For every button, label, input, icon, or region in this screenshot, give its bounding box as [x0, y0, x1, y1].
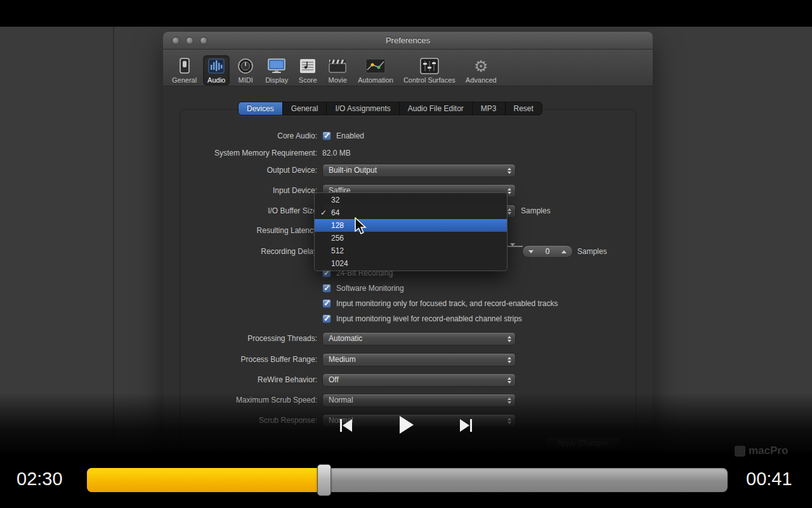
- toolbar-item-display[interactable]: Display: [261, 55, 292, 86]
- recording-delay-stepper[interactable]: 0: [522, 245, 573, 258]
- previous-button[interactable]: [337, 417, 354, 436]
- popup-arrows-icon: [508, 336, 511, 342]
- toolbar-item-midi[interactable]: MIDI: [232, 55, 259, 86]
- tab-reset[interactable]: Reset: [506, 102, 542, 115]
- input-monitoring-level-checkbox[interactable]: [322, 314, 331, 323]
- audio-tabs: Devices General I/O Assignments Audio Fi…: [238, 102, 542, 116]
- popup-arrows-icon: [508, 208, 511, 215]
- toolbar-item-movie[interactable]: Movie: [324, 55, 351, 86]
- popup-arrows-icon: [508, 357, 511, 363]
- menu-item-64[interactable]: ✓64: [315, 206, 507, 219]
- preferences-toolbar: General Audio MIDI: [163, 50, 653, 86]
- tab-audio-file-editor[interactable]: Audio File Editor: [400, 102, 473, 115]
- watermark-logo-icon: [735, 446, 745, 457]
- seek-handle[interactable]: [317, 464, 331, 496]
- software-monitoring-label: Software Monitoring: [336, 284, 404, 293]
- control-surfaces-icon: [419, 57, 440, 76]
- popup-arrows-icon: [508, 377, 511, 384]
- skip-forward-icon: [458, 417, 475, 434]
- stepper-decrement-icon[interactable]: [528, 250, 534, 253]
- input-monitoring-level-label: Input monitoring level for record-enable…: [336, 314, 522, 324]
- core-audio-checkbox[interactable]: [322, 131, 331, 140]
- input-monitoring-focused-label: Input monitoring only for focused track,…: [336, 299, 558, 309]
- output-device-value: Built-in Output: [329, 166, 377, 175]
- next-button[interactable]: [458, 417, 475, 436]
- toolbar-item-score[interactable]: Score: [294, 55, 321, 86]
- software-monitoring-checkbox[interactable]: [322, 284, 331, 293]
- process-buffer-range-value: Medium: [329, 355, 356, 364]
- preferences-window: Preferences General Audio: [163, 32, 653, 451]
- seek-bar-fill: [87, 468, 324, 492]
- menu-item-1024[interactable]: ✓1024: [315, 257, 507, 270]
- process-buffer-range-popup[interactable]: Medium: [322, 353, 516, 366]
- window-titlebar[interactable]: Preferences: [163, 32, 653, 50]
- toolbar-item-audio[interactable]: Audio: [203, 55, 230, 86]
- io-buffer-size-menu: ✓32 ✓64 ✓128 ✓256 ✓512 ✓1024: [314, 192, 508, 271]
- toolbar-label: Display: [265, 76, 288, 84]
- toolbar-label: MIDI: [239, 76, 253, 84]
- toolbar-label: General: [172, 76, 197, 84]
- processing-threads-label: Processing Threads:: [247, 332, 317, 345]
- resulting-latency-label: Resulting Latency: [257, 224, 317, 237]
- general-icon: [175, 57, 194, 76]
- process-buffer-range-label: Process Buffer Range:: [240, 353, 317, 366]
- tab-mp3[interactable]: MP3: [473, 102, 506, 115]
- seek-bar[interactable]: [87, 468, 728, 492]
- elapsed-time: 02:30: [16, 469, 80, 490]
- menu-item-512[interactable]: ✓512: [315, 244, 507, 257]
- display-icon: [266, 57, 287, 76]
- automation-icon: [365, 57, 386, 76]
- menu-item-256[interactable]: ✓256: [315, 232, 507, 244]
- toolbar-item-general[interactable]: General: [168, 55, 200, 86]
- tab-devices[interactable]: Devices: [239, 102, 283, 115]
- processing-threads-popup[interactable]: Automatic: [322, 332, 516, 345]
- toolbar-item-advanced[interactable]: ⚙ Advanced: [462, 55, 501, 86]
- audio-icon: [207, 57, 226, 76]
- toolbar-label: Audio: [207, 76, 225, 84]
- stepper-increment-icon[interactable]: [561, 250, 566, 253]
- output-device-popup[interactable]: Built-in Output: [322, 164, 516, 177]
- toolbar-label: Control Surfaces: [403, 76, 455, 84]
- midi-icon: [236, 57, 255, 76]
- popup-arrows-icon: [508, 188, 511, 194]
- play-icon: [396, 415, 416, 435]
- gear-icon: ⚙: [474, 57, 488, 76]
- movie-icon: [327, 57, 348, 76]
- watermark-logo: macPro: [735, 444, 788, 457]
- play-button[interactable]: [396, 415, 416, 438]
- rewire-behavior-label: ReWire Behavior:: [258, 373, 317, 387]
- video-frame-divider: [113, 27, 114, 452]
- tab-io-assignments[interactable]: I/O Assignments: [327, 102, 399, 115]
- input-monitoring-focused-checkbox[interactable]: [322, 299, 331, 308]
- watermark-text: macPro: [749, 444, 788, 457]
- recording-delay-unit: Samples: [577, 245, 607, 258]
- io-buffer-unit: Samples: [521, 204, 551, 217]
- core-audio-label: Core Audio:: [277, 130, 317, 143]
- score-icon: [298, 57, 317, 76]
- toolbar-item-automation[interactable]: Automation: [354, 55, 397, 86]
- tab-general[interactable]: General: [283, 102, 327, 115]
- check-icon: ✓: [320, 206, 327, 219]
- core-audio-value: Enabled: [336, 131, 364, 141]
- menu-item-128[interactable]: ✓128: [315, 219, 507, 232]
- toolbar-item-control-surfaces[interactable]: Control Surfaces: [400, 55, 459, 86]
- popup-arrows-icon: [508, 168, 511, 174]
- recording-delay-label: Recording Delay: [261, 245, 317, 258]
- recording-delay-slider-tick: [510, 243, 515, 246]
- memory-label: System Memory Requirement:: [214, 147, 317, 160]
- skip-back-icon: [337, 417, 354, 434]
- top-letterbox: [0, 0, 812, 27]
- video-player-frame: Preferences General Audio: [0, 0, 812, 508]
- output-device-label: Output Device:: [267, 164, 317, 177]
- toolbar-label: Movie: [329, 76, 347, 84]
- menu-item-32[interactable]: ✓32: [315, 194, 507, 206]
- toolbar-label: Advanced: [466, 76, 497, 84]
- rewire-behavior-popup[interactable]: Off: [322, 373, 516, 387]
- memory-value: 82.0 MB: [322, 147, 351, 160]
- io-buffer-size-label: I/O Buffer Size: [268, 204, 317, 218]
- input-device-label: Input Device:: [273, 184, 317, 197]
- window-title: Preferences: [163, 32, 653, 50]
- remaining-time: 00:41: [746, 469, 809, 490]
- rewire-behavior-value: Off: [329, 375, 339, 384]
- mouse-cursor: [354, 217, 368, 237]
